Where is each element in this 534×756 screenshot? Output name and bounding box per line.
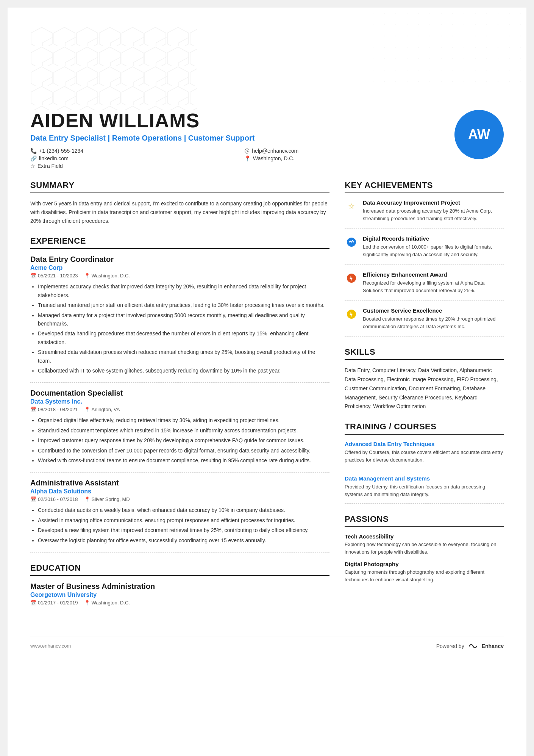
footer: www.enhancv.com Powered by Enhancv (30, 637, 504, 650)
edu-location: 📍 Washington, D.C. (84, 600, 130, 606)
achievement-content-2: Digital Records Initiative Led the conve… (363, 235, 504, 258)
company-name-3: Alpha Data Solutions (30, 488, 329, 495)
job-location-2: 📍 Arlington, VA (84, 407, 120, 412)
passion-item-1: Tech Accessibility Exploring how technol… (345, 533, 504, 556)
linkedin-icon: 🔗 (30, 155, 37, 161)
bullet: Implemented accuracy checks that improve… (38, 282, 329, 299)
extra-contact: ☆ Extra Field (30, 163, 229, 169)
job-bullets-2: Organized digital files effectively, red… (30, 416, 329, 465)
right-column: KEY ACHIEVEMENTS ☆ Data Accuracy Improve… (345, 180, 504, 621)
achievements-title: KEY ACHIEVEMENTS (345, 180, 504, 193)
achievement-desc-2: Led the conversion of 10,000+ paper file… (363, 243, 504, 258)
job-dates-2: 📅 08/2018 - 04/2021 (30, 407, 78, 412)
phone-contact: 📞 +1-(234)-555-1234 (30, 148, 229, 154)
email-icon: @ (244, 148, 250, 154)
course-item-2: Data Management and Systems Provided by … (345, 475, 504, 504)
linkedin-contact: 🔗 linkedin.com (30, 155, 229, 161)
main-content: SUMMARY With over 5 years in data entry … (30, 180, 504, 621)
achievement-icon-4 (345, 307, 358, 321)
email-value: help@enhancv.com (252, 148, 298, 154)
resume-page: AIDEN WILLIAMS Data Entry Specialist | R… (8, 8, 526, 756)
passion-desc-2: Capturing moments through photography an… (345, 568, 504, 583)
passions-title: PASSIONS (345, 514, 504, 527)
skills-title: SKILLS (345, 347, 504, 360)
company-name-2: Data Systems Inc. (30, 398, 329, 405)
job-item: Documentation Specialist Data Systems In… (30, 389, 329, 473)
course-desc-1: Offered by Coursera, this course covers … (345, 449, 504, 463)
course-title-2: Data Management and Systems (345, 475, 504, 482)
phone-number: +1-(234)-555-1234 (39, 148, 83, 154)
bullet: Organized digital files effectively, red… (38, 416, 329, 424)
candidate-title: Data Entry Specialist | Remote Operation… (30, 134, 443, 142)
bullet: Trained and mentored junior staff on eff… (38, 301, 329, 309)
extra-value: Extra Field (37, 163, 63, 169)
achievement-icon-3 (345, 271, 358, 285)
pin-icon-3: 📍 (84, 496, 90, 502)
achievement-desc-3: Recognized for developing a filing syste… (363, 279, 504, 294)
bullet: Collaborated with IT to solve system gli… (38, 366, 329, 375)
avatar: AW (454, 110, 504, 159)
bullet: Standardized document templates which re… (38, 426, 329, 435)
powered-by-label: Powered by (436, 643, 464, 649)
achievement-content-4: Customer Service Excellence Boosted cust… (363, 307, 504, 330)
location-icon: 📍 (244, 155, 251, 161)
passion-title-2: Digital Photography (345, 561, 504, 567)
bullet: Worked with cross-functional teams to en… (38, 456, 329, 465)
job-title-1: Data Entry Coordinator (30, 255, 329, 264)
achievement-icon-2 (345, 235, 358, 249)
course-desc-2: Provided by Udemy, this certification fo… (345, 483, 504, 498)
footer-website: www.enhancv.com (30, 643, 71, 649)
contact-grid: 📞 +1-(234)-555-1234 @ help@enhancv.com 🔗… (30, 148, 443, 169)
achievement-desc-1: Increased data processing accuracy by 20… (363, 207, 504, 222)
job-meta-2: 📅 08/2018 - 04/2021 📍 Arlington, VA (30, 407, 329, 412)
job-dates-3: 📅 02/2016 - 07/2018 (30, 496, 78, 502)
calendar-icon-1: 📅 (30, 273, 36, 279)
degree-name: Master of Business Administration (30, 582, 329, 591)
phone-icon: 📞 (30, 148, 37, 154)
job-dates-1: 📅 05/2021 - 10/2023 (30, 273, 78, 279)
education-title: EDUCATION (30, 563, 329, 576)
hex-decoration (30, 27, 197, 110)
header: AIDEN WILLIAMS Data Entry Specialist | R… (30, 110, 504, 169)
summary-title: SUMMARY (30, 180, 329, 193)
achievement-item-3: Efficiency Enhancement Award Recognized … (345, 271, 504, 301)
pin-icon-edu: 📍 (84, 600, 90, 606)
job-location-1: 📍 Washington, D.C. (84, 273, 130, 279)
brand-logo-icon (467, 642, 479, 650)
achievement-title-2: Digital Records Initiative (363, 235, 504, 242)
passion-desc-1: Exploring how technology can be accessib… (345, 541, 504, 556)
passion-title-1: Tech Accessibility (345, 533, 504, 540)
achievement-content-3: Efficiency Enhancement Award Recognized … (363, 271, 504, 294)
bullet: Contributed to the conversion of over 10… (38, 446, 329, 455)
star-icon: ☆ (30, 163, 35, 169)
achievement-title-4: Customer Service Excellence (363, 307, 504, 314)
bullet: Oversaw the logistic planning for office… (38, 536, 329, 545)
candidate-name: AIDEN WILLIAMS (30, 110, 443, 131)
left-column: SUMMARY With over 5 years in data entry … (30, 180, 329, 621)
achievement-title-3: Efficiency Enhancement Award (363, 271, 504, 278)
job-title-2: Documentation Specialist (30, 389, 329, 398)
training-title: TRAINING / COURSES (345, 422, 504, 435)
pin-icon-1: 📍 (84, 273, 90, 279)
pin-icon-2: 📍 (84, 407, 90, 412)
achievement-item-2: Digital Records Initiative Led the conve… (345, 235, 504, 265)
education-item: Master of Business Administration George… (30, 582, 329, 615)
course-item-1: Advanced Data Entry Techniques Offered b… (345, 441, 504, 469)
achievement-icon-1: ☆ (345, 199, 358, 213)
bullet: Managed data entry for a project that in… (38, 311, 329, 328)
job-meta-3: 📅 02/2016 - 07/2018 📍 Silver Spring, MD (30, 496, 329, 502)
achievement-desc-4: Boosted customer response times by 20% t… (363, 315, 504, 330)
company-name-1: Acme Corp (30, 265, 329, 271)
job-location-3: 📍 Silver Spring, MD (84, 496, 130, 502)
bullet: Streamlined data validation process whic… (38, 348, 329, 365)
job-title-3: Administrative Assistant (30, 479, 329, 487)
school-name: Georgetown University (30, 592, 329, 598)
header-left: AIDEN WILLIAMS Data Entry Specialist | R… (30, 110, 443, 169)
passion-item-2: Digital Photography Capturing moments th… (345, 561, 504, 583)
achievement-title-1: Data Accuracy Improvement Project (363, 199, 504, 206)
svg-rect-2 (30, 27, 197, 110)
footer-brand: Powered by Enhancv (436, 642, 504, 650)
brand-name: Enhancv (482, 643, 504, 649)
bullet: Assisted in managing office communicatio… (38, 516, 329, 524)
location-value: Washington, D.C. (253, 155, 294, 161)
